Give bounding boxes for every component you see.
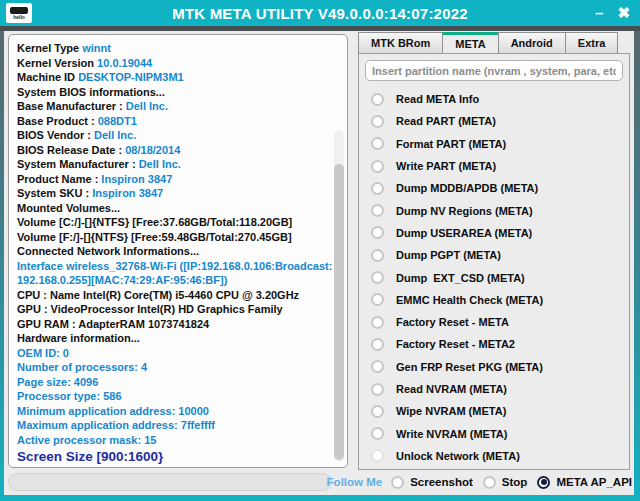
info-line-label: Kernel Version xyxy=(17,57,97,69)
info-line: Screen Size [900:1600} xyxy=(17,447,329,467)
radio-icon[interactable] xyxy=(371,360,384,373)
info-line: Number of processors: 4 xyxy=(17,360,329,375)
option-row[interactable]: Read PART (META) xyxy=(359,110,629,132)
close-button[interactable]: ✖ xyxy=(617,0,630,26)
radio-icon[interactable] xyxy=(371,383,384,396)
radio-icon xyxy=(371,449,384,462)
info-line-label: Product Name : xyxy=(17,173,101,185)
partition-name-input[interactable] xyxy=(365,60,623,81)
info-line: Mounted Volumes... xyxy=(17,201,329,216)
radio-icon[interactable] xyxy=(371,271,384,284)
radio-icon[interactable] xyxy=(371,204,384,217)
info-line-label: System SKU : xyxy=(17,187,92,199)
option-row[interactable]: Dump USERAREA (META) xyxy=(359,222,629,244)
info-line: Volume [F:/]-[]{NTFS} [Free:59.48GB/Tota… xyxy=(17,230,329,245)
option-label: EMMC Health Check (META) xyxy=(396,294,543,306)
option-row[interactable]: Unlock Network (META) xyxy=(359,445,629,467)
info-line: CPU : Name Intel(R) Core(TM) i5-4460 CPU… xyxy=(17,288,329,303)
info-line: Volume [C:/]-[]{NTFS} [Free:37.68GB/Tota… xyxy=(17,215,329,230)
main-surface: Kernel Type winntKernel Version 10.0.190… xyxy=(4,31,634,495)
info-line-value: Dell Inc. xyxy=(94,129,136,141)
radio-icon[interactable] xyxy=(371,115,384,128)
tab-extra[interactable]: Extra xyxy=(565,32,619,54)
option-row[interactable]: Write NVRAM (META) xyxy=(359,422,629,444)
info-line: Product Name : Inspiron 3847 xyxy=(17,172,329,187)
tab-android[interactable]: Android xyxy=(498,32,565,54)
scrollbar-track[interactable] xyxy=(334,130,344,462)
info-line: GPU RAM : AdapterRAM 1073741824 xyxy=(17,317,329,332)
info-line: Base Manufacturer : Dell Inc. xyxy=(17,99,329,114)
option-label: Unlock Network (META) xyxy=(396,450,520,462)
info-line-label: System Manufacturer : xyxy=(17,158,139,170)
info-line-label: Kernel Type xyxy=(17,42,82,54)
option-row[interactable]: Dump MDDB/APDB (META) xyxy=(359,177,629,199)
radio-icon[interactable] xyxy=(371,182,384,195)
scrollbar-thumb[interactable] xyxy=(334,164,344,460)
radio-icon[interactable] xyxy=(371,160,384,173)
info-line-value: Dell Inc. xyxy=(126,100,168,112)
info-line: Processor type: 586 xyxy=(17,389,329,404)
info-line-label: Base Product : xyxy=(17,115,98,127)
info-line-label: Active processor mask: 15 xyxy=(17,434,156,446)
option-label: Read NVRAM (META) xyxy=(396,383,507,395)
tab-meta[interactable]: META xyxy=(442,32,497,54)
radio-icon[interactable] xyxy=(371,293,384,306)
option-label: Dump PGPT (META) xyxy=(396,249,501,261)
option-row[interactable]: Factory Reset - META2 xyxy=(359,333,629,355)
info-line-value: Inspiron 3847 xyxy=(92,187,163,199)
info-line-value: winnt xyxy=(82,42,111,54)
info-line: System Manufacturer : Dell Inc. xyxy=(17,157,329,172)
option-row[interactable]: Read META Info xyxy=(359,88,629,110)
option-label: Gen FRP Reset PKG (META) xyxy=(396,361,543,373)
option-row[interactable]: Dump NV Regions (META) xyxy=(359,199,629,221)
meta-tab-content: Read META InfoRead PART (META)Format PAR… xyxy=(358,53,630,470)
info-line-label: Machine ID xyxy=(17,71,78,83)
footer-radio-screenshot[interactable]: Screenshot xyxy=(391,476,473,489)
footer-radio-stop[interactable]: Stop xyxy=(483,476,528,489)
info-line-label: Page size: 4096 xyxy=(17,376,98,388)
option-row[interactable]: Wipe NVRAM (META) xyxy=(359,400,629,422)
system-info-lines: Kernel Type winntKernel Version 10.0.190… xyxy=(17,41,329,467)
option-row[interactable]: EMMC Health Check (META) xyxy=(359,289,629,311)
radio-icon[interactable] xyxy=(371,93,384,106)
radio-icon[interactable] xyxy=(371,226,384,239)
minimize-button[interactable]: – xyxy=(595,0,603,26)
radio-icon[interactable] xyxy=(371,249,384,262)
radio-icon[interactable] xyxy=(391,476,404,489)
footer-radio-label: Screenshot xyxy=(410,476,473,488)
option-label: Format PART (META) xyxy=(396,138,506,150)
info-line-label: 192.168.0.255][MAC:74:29:AF:95:46:BF]) xyxy=(17,274,227,286)
option-row[interactable]: Dump EXT_CSD (META) xyxy=(359,266,629,288)
info-line-label: Maximum application address: 7ffeffff xyxy=(17,419,215,431)
radio-icon[interactable] xyxy=(537,476,550,489)
option-row[interactable]: Gen FRP Reset PKG (META) xyxy=(359,356,629,378)
info-line: Active processor mask: 15 xyxy=(17,433,329,448)
radio-icon[interactable] xyxy=(371,316,384,329)
footer-radio-meta-ap_api[interactable]: META AP_API xyxy=(537,476,632,489)
info-line-label: Hardware information... xyxy=(17,332,140,344)
radio-icon[interactable] xyxy=(371,137,384,150)
info-line: Machine ID DESKTOP-NIPM3M1 xyxy=(17,70,329,85)
window-title: MTK META UTILITY V49.0.0.0:14:07:2022 xyxy=(0,5,640,22)
option-row[interactable]: Format PART (META) xyxy=(359,133,629,155)
info-line-label: BIOS Vendor : xyxy=(17,129,94,141)
option-row[interactable]: Write PART (META) xyxy=(359,155,629,177)
radio-icon[interactable] xyxy=(371,427,384,440)
option-row[interactable]: Dump PGPT (META) xyxy=(359,244,629,266)
radio-icon[interactable] xyxy=(371,338,384,351)
option-row[interactable]: Read NVRAM (META) xyxy=(359,378,629,400)
info-line-label: System BIOS informations... xyxy=(17,86,165,98)
info-line: 192.168.0.255][MAC:74:29:AF:95:46:BF]) xyxy=(17,273,329,288)
info-line-label: Volume [F:/]-[]{NTFS} [Free:59.48GB/Tota… xyxy=(17,231,292,243)
follow-me-label: Follow Me xyxy=(327,476,383,488)
system-info-panel: Kernel Type winntKernel Version 10.0.190… xyxy=(8,34,348,468)
radio-icon[interactable] xyxy=(483,476,496,489)
info-line-value: 10.0.19044 xyxy=(97,57,152,69)
tab-mtk-brom[interactable]: MTK BRom xyxy=(358,32,442,54)
info-line-value: DESKTOP-NIPM3M1 xyxy=(78,71,184,83)
info-line: System BIOS informations... xyxy=(17,85,329,100)
info-line-label: GPU RAM : AdapterRAM 1073741824 xyxy=(17,318,209,330)
radio-icon[interactable] xyxy=(371,405,384,418)
option-row[interactable]: Factory Reset - META xyxy=(359,311,629,333)
option-label: Read PART (META) xyxy=(396,115,496,127)
